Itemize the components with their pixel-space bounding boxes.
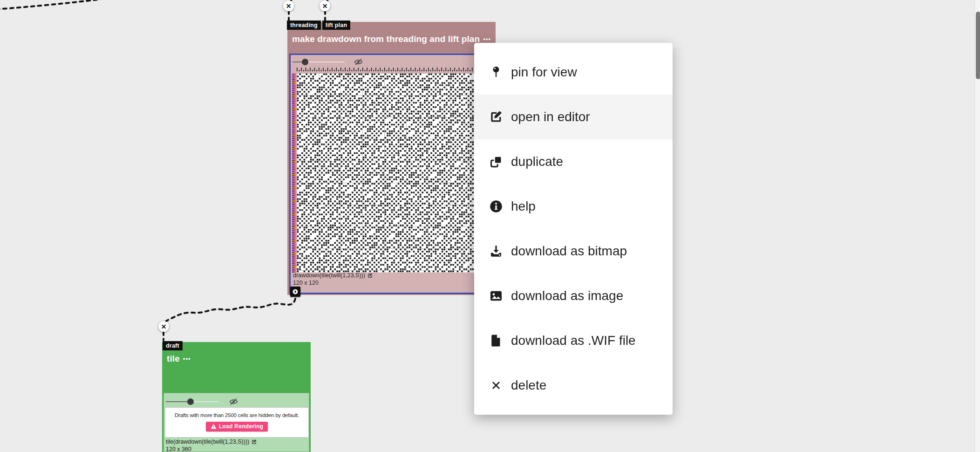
visibility-toggle-icon[interactable]	[354, 58, 363, 66]
menu-item-download-as-wif-file[interactable]: download as .WIF file	[474, 318, 673, 363]
file-icon	[489, 334, 503, 348]
hidden-draft-notice: Drafts with more than 2500 cells are hid…	[165, 407, 309, 438]
menu-item-duplicate[interactable]: duplicate	[474, 139, 673, 184]
node-more-icon[interactable]: •••	[183, 355, 191, 362]
workspace-canvas[interactable]: { "colors": { "canvas-bg": "#ececec", "n…	[0, 0, 980, 452]
output-port[interactable]	[290, 287, 300, 297]
draft-size-label: 120 x 360	[166, 446, 191, 452]
close-icon	[489, 378, 503, 392]
input-tag-liftplan[interactable]: lift plan	[322, 21, 350, 30]
menu-item-open-in-editor[interactable]: open in editor	[474, 95, 673, 139]
disconnect-draft-button[interactable]: ✕	[158, 321, 169, 332]
visibility-toggle-icon[interactable]	[229, 398, 238, 405]
draft-viewer-frame: drawdown(tile(twill(1,23,S))) 120 x 120	[289, 54, 494, 294]
menu-item-help[interactable]: help	[474, 184, 673, 229]
scrollbar-track[interactable]	[974, 0, 980, 452]
node-title-text: tile	[167, 354, 180, 363]
drawdown-node[interactable]: threading lift plan make drawdown from t…	[287, 22, 496, 295]
wire-top-left	[0, 0, 113, 9]
drawdown-pattern-canvas[interactable]	[292, 67, 494, 273]
menu-item-pin-for-view[interactable]: pin for view	[474, 50, 673, 95]
image-icon	[489, 289, 503, 303]
menu-item-label: download as bitmap	[511, 244, 627, 259]
disconnect-threading-button[interactable]: ✕	[283, 0, 294, 11]
pin-icon	[489, 65, 503, 79]
edit-name-icon[interactable]	[251, 439, 257, 445]
input-tag-threading[interactable]: threading	[287, 21, 321, 30]
menu-item-label: help	[511, 199, 536, 214]
node-title: make drawdown from threading and lift pl…	[292, 34, 491, 44]
zoom-slider[interactable]	[293, 59, 345, 65]
menu-item-delete[interactable]: delete	[474, 363, 673, 408]
node-title: tile•••	[167, 354, 191, 364]
output-tag-draft[interactable]: draft	[163, 341, 183, 350]
menu-item-label: open in editor	[511, 110, 590, 124]
draft-formula: tile(drawdown(tile(twill(1,23,S))))	[166, 438, 257, 445]
scrollbar-thumb[interactable]	[976, 12, 980, 79]
node-context-menu: pin for viewopen in editorduplicatehelpd…	[474, 43, 673, 415]
draft-formula-text: drawdown(tile(twill(1,23,S)))	[293, 272, 365, 279]
duplicate-icon	[489, 155, 503, 169]
edit-icon	[489, 110, 503, 124]
draft-size-label: 120 x 120	[293, 280, 319, 286]
info-icon	[489, 199, 503, 213]
edit-name-icon[interactable]	[367, 273, 373, 279]
draft-formula: drawdown(tile(twill(1,23,S)))	[293, 272, 373, 279]
warning-icon	[211, 424, 217, 429]
download-icon	[489, 244, 503, 258]
wire-drawdown-to-tile	[164, 299, 295, 325]
zoom-slider-knob[interactable]	[187, 398, 194, 405]
menu-item-label: pin for view	[511, 65, 577, 80]
zoom-slider[interactable]	[166, 398, 218, 405]
load-rendering-button[interactable]: Load Rendering	[206, 422, 268, 431]
notice-text: Drafts with more than 2500 cells are hid…	[165, 412, 308, 418]
draft-viewer-frame: Drafts with more than 2500 cells are hid…	[163, 393, 309, 452]
menu-item-download-as-image[interactable]: download as image	[474, 274, 673, 318]
menu-item-label: download as image	[511, 288, 623, 303]
disconnect-liftplan-button[interactable]: ✕	[320, 0, 330, 11]
tile-node[interactable]: draft tile••• Drafts with more than 2500…	[162, 342, 311, 452]
menu-item-label: download as .WIF file	[511, 333, 636, 348]
node-title-text: make drawdown from threading and lift pl…	[292, 34, 480, 44]
menu-item-download-as-bitmap[interactable]: download as bitmap	[474, 229, 673, 274]
menu-item-label: duplicate	[511, 154, 563, 169]
zoom-slider-knob[interactable]	[302, 59, 308, 65]
menu-item-label: delete	[511, 378, 546, 393]
draft-formula-text: tile(drawdown(tile(twill(1,23,S))))	[166, 438, 249, 445]
node-more-icon[interactable]: •••	[483, 35, 491, 42]
